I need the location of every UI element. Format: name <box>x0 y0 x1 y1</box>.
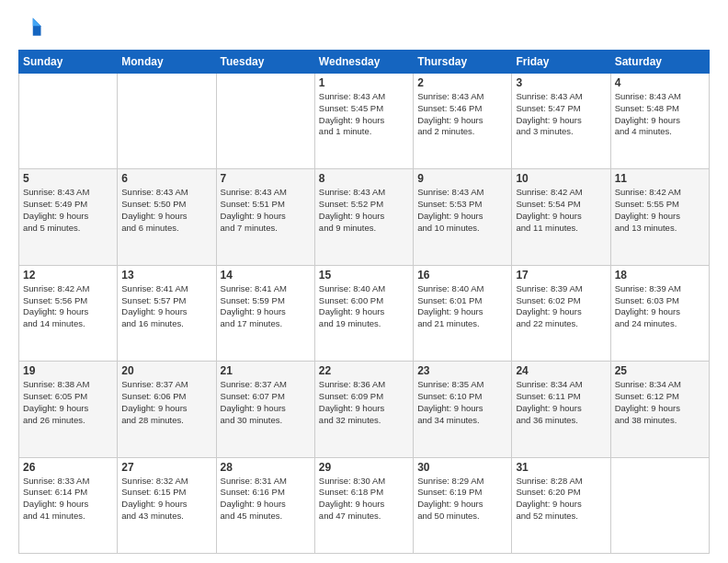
cell-content: Sunrise: 8:41 AMSunset: 5:57 PMDaylight:… <box>121 283 211 330</box>
cell-content: Sunrise: 8:37 AMSunset: 6:06 PMDaylight:… <box>121 379 211 426</box>
day-number: 25 <box>615 364 705 377</box>
cell-content: Sunrise: 8:34 AMSunset: 6:12 PMDaylight:… <box>615 379 705 426</box>
cell-content: Sunrise: 8:34 AMSunset: 6:11 PMDaylight:… <box>516 379 606 426</box>
calendar-cell: 8Sunrise: 8:43 AMSunset: 5:52 PMDaylight… <box>314 169 413 265</box>
cell-content: Sunrise: 8:43 AMSunset: 5:53 PMDaylight:… <box>417 187 507 234</box>
calendar-cell: 21Sunrise: 8:37 AMSunset: 6:07 PMDayligh… <box>216 362 314 457</box>
calendar-cell: 10Sunrise: 8:42 AMSunset: 5:54 PMDayligh… <box>512 169 610 265</box>
calendar-cell: 20Sunrise: 8:37 AMSunset: 6:06 PMDayligh… <box>118 362 216 457</box>
calendar-cell: 26Sunrise: 8:33 AMSunset: 6:14 PMDayligh… <box>19 457 118 553</box>
day-number: 6 <box>121 172 211 185</box>
day-number: 7 <box>221 172 311 185</box>
cell-content: Sunrise: 8:41 AMSunset: 5:59 PMDaylight:… <box>221 283 311 330</box>
day-number: 16 <box>417 269 507 282</box>
cell-content: Sunrise: 8:38 AMSunset: 6:05 PMDaylight:… <box>23 379 113 426</box>
day-number: 3 <box>516 76 606 89</box>
calendar-cell: 14Sunrise: 8:41 AMSunset: 5:59 PMDayligh… <box>216 265 314 361</box>
day-number: 13 <box>121 269 211 282</box>
cell-content: Sunrise: 8:42 AMSunset: 5:56 PMDaylight:… <box>23 283 113 330</box>
calendar-cell <box>118 74 216 169</box>
cell-content: Sunrise: 8:43 AMSunset: 5:50 PMDaylight:… <box>121 187 211 234</box>
cell-content: Sunrise: 8:43 AMSunset: 5:45 PMDaylight:… <box>319 91 409 138</box>
day-number: 29 <box>319 461 409 474</box>
calendar-cell <box>610 457 709 553</box>
calendar-cell: 17Sunrise: 8:39 AMSunset: 6:02 PMDayligh… <box>512 265 610 361</box>
calendar-cell <box>216 74 314 169</box>
cell-content: Sunrise: 8:43 AMSunset: 5:46 PMDaylight:… <box>417 91 507 138</box>
day-number: 10 <box>516 172 606 185</box>
cell-content: Sunrise: 8:36 AMSunset: 6:09 PMDaylight:… <box>319 379 409 426</box>
calendar-cell: 7Sunrise: 8:43 AMSunset: 5:51 PMDaylight… <box>216 169 314 265</box>
day-number: 9 <box>417 172 507 185</box>
day-number: 24 <box>516 364 606 377</box>
header <box>18 15 710 40</box>
page: SundayMondayTuesdayWednesdayThursdayFrid… <box>0 0 728 563</box>
cell-content: Sunrise: 8:35 AMSunset: 6:10 PMDaylight:… <box>417 379 507 426</box>
logo <box>18 15 48 40</box>
day-number: 19 <box>23 364 113 377</box>
calendar-cell: 5Sunrise: 8:43 AMSunset: 5:49 PMDaylight… <box>19 169 118 265</box>
weekday-header-saturday: Saturday <box>610 51 709 74</box>
calendar-cell: 13Sunrise: 8:41 AMSunset: 5:57 PMDayligh… <box>118 265 216 361</box>
cell-content: Sunrise: 8:43 AMSunset: 5:49 PMDaylight:… <box>23 187 113 234</box>
cell-content: Sunrise: 8:31 AMSunset: 6:16 PMDaylight:… <box>221 476 311 523</box>
weekday-header-tuesday: Tuesday <box>216 51 314 74</box>
cell-content: Sunrise: 8:37 AMSunset: 6:07 PMDaylight:… <box>221 379 311 426</box>
calendar-cell: 11Sunrise: 8:42 AMSunset: 5:55 PMDayligh… <box>610 169 709 265</box>
week-row-2: 5Sunrise: 8:43 AMSunset: 5:49 PMDaylight… <box>19 169 710 265</box>
calendar-cell: 27Sunrise: 8:32 AMSunset: 6:15 PMDayligh… <box>118 457 216 553</box>
day-number: 28 <box>221 461 311 474</box>
day-number: 14 <box>221 269 311 282</box>
cell-content: Sunrise: 8:43 AMSunset: 5:47 PMDaylight:… <box>516 91 606 138</box>
calendar-table: SundayMondayTuesdayWednesdayThursdayFrid… <box>18 50 710 554</box>
cell-content: Sunrise: 8:32 AMSunset: 6:15 PMDaylight:… <box>121 476 211 523</box>
logo-icon <box>18 15 44 40</box>
cell-content: Sunrise: 8:29 AMSunset: 6:19 PMDaylight:… <box>417 476 507 523</box>
day-number: 11 <box>615 172 705 185</box>
cell-content: Sunrise: 8:28 AMSunset: 6:20 PMDaylight:… <box>516 476 606 523</box>
day-number: 21 <box>221 364 311 377</box>
calendar-cell: 18Sunrise: 8:39 AMSunset: 6:03 PMDayligh… <box>610 265 709 361</box>
calendar-cell: 15Sunrise: 8:40 AMSunset: 6:00 PMDayligh… <box>314 265 413 361</box>
week-row-3: 12Sunrise: 8:42 AMSunset: 5:56 PMDayligh… <box>19 265 710 361</box>
cell-content: Sunrise: 8:42 AMSunset: 5:54 PMDaylight:… <box>516 187 606 234</box>
day-number: 8 <box>319 172 409 185</box>
calendar-cell: 31Sunrise: 8:28 AMSunset: 6:20 PMDayligh… <box>512 457 610 553</box>
day-number: 18 <box>615 269 705 282</box>
weekday-header-sunday: Sunday <box>19 51 118 74</box>
cell-content: Sunrise: 8:30 AMSunset: 6:18 PMDaylight:… <box>319 476 409 523</box>
day-number: 27 <box>121 461 211 474</box>
week-row-4: 19Sunrise: 8:38 AMSunset: 6:05 PMDayligh… <box>19 362 710 457</box>
calendar-cell: 16Sunrise: 8:40 AMSunset: 6:01 PMDayligh… <box>414 265 512 361</box>
calendar-cell: 28Sunrise: 8:31 AMSunset: 6:16 PMDayligh… <box>216 457 314 553</box>
weekday-header-wednesday: Wednesday <box>314 51 413 74</box>
calendar-cell: 3Sunrise: 8:43 AMSunset: 5:47 PMDaylight… <box>512 74 610 169</box>
weekday-header-thursday: Thursday <box>414 51 512 74</box>
calendar-cell: 9Sunrise: 8:43 AMSunset: 5:53 PMDaylight… <box>414 169 512 265</box>
svg-marker-1 <box>33 18 41 27</box>
weekday-header-monday: Monday <box>118 51 216 74</box>
day-number: 20 <box>121 364 211 377</box>
cell-content: Sunrise: 8:39 AMSunset: 6:03 PMDaylight:… <box>615 283 705 330</box>
cell-content: Sunrise: 8:43 AMSunset: 5:52 PMDaylight:… <box>319 187 409 234</box>
weekday-header-row: SundayMondayTuesdayWednesdayThursdayFrid… <box>19 51 710 74</box>
day-number: 15 <box>319 269 409 282</box>
calendar-cell: 2Sunrise: 8:43 AMSunset: 5:46 PMDaylight… <box>414 74 512 169</box>
day-number: 12 <box>23 269 113 282</box>
day-number: 30 <box>417 461 507 474</box>
day-number: 2 <box>417 76 507 89</box>
day-number: 22 <box>319 364 409 377</box>
calendar-cell <box>19 74 118 169</box>
calendar-cell: 24Sunrise: 8:34 AMSunset: 6:11 PMDayligh… <box>512 362 610 457</box>
calendar-cell: 29Sunrise: 8:30 AMSunset: 6:18 PMDayligh… <box>314 457 413 553</box>
cell-content: Sunrise: 8:40 AMSunset: 6:00 PMDaylight:… <box>319 283 409 330</box>
day-number: 17 <box>516 269 606 282</box>
cell-content: Sunrise: 8:33 AMSunset: 6:14 PMDaylight:… <box>23 476 113 523</box>
day-number: 23 <box>417 364 507 377</box>
day-number: 1 <box>319 76 409 89</box>
calendar-cell: 30Sunrise: 8:29 AMSunset: 6:19 PMDayligh… <box>414 457 512 553</box>
calendar-cell: 23Sunrise: 8:35 AMSunset: 6:10 PMDayligh… <box>414 362 512 457</box>
weekday-header-friday: Friday <box>512 51 610 74</box>
cell-content: Sunrise: 8:43 AMSunset: 5:51 PMDaylight:… <box>221 187 311 234</box>
day-number: 4 <box>615 76 705 89</box>
